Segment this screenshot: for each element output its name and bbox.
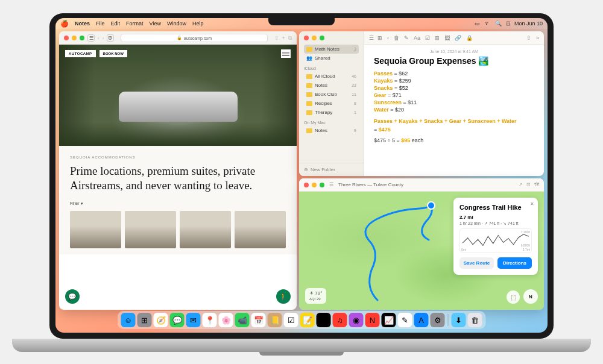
minimize-button[interactable] bbox=[312, 183, 317, 187]
dock-podcasts-icon[interactable]: ◉ bbox=[349, 313, 364, 327]
checklist-icon[interactable]: ☑ bbox=[425, 35, 430, 41]
menu-file[interactable]: File bbox=[96, 20, 105, 27]
dock-reminders-icon[interactable]: ☑ bbox=[284, 313, 298, 327]
spotlight-icon[interactable]: 🔍 bbox=[495, 20, 502, 27]
close-button[interactable] bbox=[64, 36, 69, 40]
folder-item[interactable]: Recipes8 bbox=[304, 99, 359, 108]
directions-button[interactable]: Directions bbox=[497, 257, 532, 269]
dock-stocks-icon[interactable]: 📈 bbox=[382, 313, 396, 327]
minimize-button[interactable] bbox=[72, 36, 77, 40]
wifi-icon[interactable]: ᯤ bbox=[485, 20, 490, 27]
folder-item[interactable]: Notes23 bbox=[304, 81, 359, 90]
dock-facetime-icon[interactable]: 📹 bbox=[235, 313, 250, 327]
dock-notes-icon[interactable]: 📝 bbox=[300, 313, 315, 327]
view-grid-icon[interactable]: ⊞ bbox=[377, 35, 382, 41]
sidebar-icon[interactable]: ☰ bbox=[329, 182, 333, 187]
table-icon[interactable]: ⊞ bbox=[435, 35, 440, 41]
zoom-button[interactable] bbox=[320, 36, 324, 40]
dock-appstore-icon[interactable]: A bbox=[414, 313, 429, 327]
listing-thumb[interactable] bbox=[235, 211, 286, 248]
new-folder-button[interactable]: ⊕ New Folder bbox=[299, 163, 364, 176]
listing-thumb[interactable] bbox=[125, 211, 176, 248]
close-button[interactable] bbox=[304, 36, 309, 40]
menu-view[interactable]: View bbox=[150, 20, 161, 27]
media-icon[interactable]: 🖼 bbox=[444, 35, 450, 41]
dock-contacts-icon[interactable]: 📒 bbox=[268, 313, 282, 327]
back-icon[interactable]: ‹ bbox=[98, 36, 99, 41]
battery-icon[interactable]: ▭ bbox=[475, 20, 480, 27]
menu-edit[interactable]: Edit bbox=[111, 20, 121, 27]
chat-fab[interactable]: 💬 bbox=[65, 289, 80, 304]
dock-launchpad-icon[interactable]: ⊞ bbox=[137, 313, 152, 327]
trash-icon[interactable]: 🗑 bbox=[394, 35, 399, 41]
lock-icon[interactable]: 🔒 bbox=[466, 35, 473, 41]
menubar-date[interactable]: Mon Jun 10 bbox=[514, 20, 543, 27]
dock-news-icon[interactable]: N bbox=[365, 313, 380, 327]
dock-downloads-icon[interactable]: ⬇ bbox=[452, 313, 466, 327]
dock-trash-icon[interactable]: 🗑 bbox=[468, 313, 482, 327]
zoom-button[interactable] bbox=[80, 36, 84, 40]
compass-button[interactable]: N bbox=[523, 289, 538, 304]
weather-widget[interactable]: ☀ 79° AQI 29 bbox=[305, 288, 326, 304]
site-logo[interactable]: AUTOCAMP bbox=[65, 50, 96, 57]
new-tab-icon[interactable]: + bbox=[282, 35, 285, 41]
dock-settings-icon[interactable]: ⚙ bbox=[431, 313, 445, 327]
save-route-button[interactable]: Save Route bbox=[459, 257, 494, 269]
dock-maps-icon[interactable]: 📍 bbox=[203, 313, 217, 327]
share-icon[interactable]: ⇧ bbox=[526, 35, 531, 41]
map-3d-button[interactable]: ⬚ bbox=[507, 290, 520, 304]
listing-thumb[interactable] bbox=[180, 211, 231, 248]
close-icon[interactable]: ✕ bbox=[530, 201, 534, 207]
map-pin[interactable] bbox=[427, 201, 435, 210]
control-center-icon[interactable]: ⌼ bbox=[507, 20, 510, 27]
menu-format[interactable]: Format bbox=[126, 20, 144, 27]
minimize-button[interactable] bbox=[312, 36, 317, 40]
forward-icon[interactable]: › bbox=[103, 36, 104, 41]
format-icon[interactable]: Aa bbox=[414, 35, 420, 41]
folder-item[interactable]: All iCloud46 bbox=[304, 72, 359, 81]
dock-separator bbox=[448, 314, 449, 326]
close-button[interactable] bbox=[304, 183, 309, 187]
view-icon[interactable]: ⊡ bbox=[526, 182, 531, 187]
folder-item[interactable]: Therapy1 bbox=[304, 108, 359, 117]
note-content[interactable]: June 10, 2024 at 9:41 AM Sequoia Group E… bbox=[364, 45, 544, 176]
map-canvas[interactable]: ✕ Congress Trail Hike 2.7 mi 1 hr 23 min… bbox=[299, 192, 544, 310]
map-mode-icon[interactable]: 🗺 bbox=[534, 182, 539, 187]
apple-menu[interactable]: 🍎 bbox=[60, 20, 69, 28]
accessibility-fab[interactable]: 🚶 bbox=[276, 289, 291, 304]
back-icon[interactable]: ‹ bbox=[387, 35, 389, 41]
share-icon[interactable]: ⇧ bbox=[274, 35, 279, 41]
dock-calendar-icon[interactable]: 📅 bbox=[251, 313, 266, 327]
compose-icon[interactable]: ✎ bbox=[404, 35, 409, 41]
route-icon[interactable]: ↗ bbox=[519, 182, 523, 187]
shared-icon: 👥 bbox=[306, 55, 312, 61]
sidebar-icon[interactable]: ☰ bbox=[87, 34, 95, 42]
dock-music-icon[interactable]: ♫ bbox=[333, 313, 347, 327]
menu-window[interactable]: Window bbox=[167, 20, 186, 27]
link-icon[interactable]: 🔗 bbox=[455, 35, 461, 41]
more-icon[interactable]: » bbox=[536, 35, 539, 41]
dock-safari-icon[interactable]: 🧭 bbox=[154, 313, 168, 327]
folder-item[interactable]: Notes9 bbox=[304, 126, 359, 135]
dock-finder-icon[interactable]: ☺ bbox=[121, 313, 136, 327]
book-now-button[interactable]: BOOK NOW bbox=[99, 50, 127, 57]
zoom-button[interactable] bbox=[320, 183, 324, 187]
dock-freeform-icon[interactable]: ✎ bbox=[398, 313, 412, 327]
folder-shared[interactable]: 👥 Shared bbox=[304, 54, 359, 63]
filter-dropdown[interactable]: Filter ▾ bbox=[70, 201, 286, 206]
app-menu[interactable]: Notes bbox=[75, 20, 90, 27]
listing-thumb[interactable] bbox=[70, 211, 121, 248]
dock-tv-icon[interactable]: tv bbox=[317, 313, 331, 327]
menu-help[interactable]: Help bbox=[192, 20, 204, 27]
view-list-icon[interactable]: ☰ bbox=[369, 35, 374, 41]
dock-messages-icon[interactable]: 💬 bbox=[170, 313, 185, 327]
folder-math-notes[interactable]: Math Notes 3 bbox=[304, 45, 359, 54]
tabs-icon[interactable]: ⧉ bbox=[288, 35, 292, 42]
dock-mail-icon[interactable]: ✉ bbox=[186, 313, 201, 327]
dock-photos-icon[interactable]: 🌸 bbox=[219, 313, 233, 327]
shield-icon[interactable]: ⛨ bbox=[107, 34, 114, 42]
folder-item[interactable]: Book Club11 bbox=[304, 90, 359, 99]
address-bar[interactable]: 🔒autocamp.com bbox=[121, 34, 267, 42]
menu-icon[interactable] bbox=[281, 49, 291, 58]
note-title: Sequoia Group Expenses 🏞️ bbox=[374, 56, 534, 66]
